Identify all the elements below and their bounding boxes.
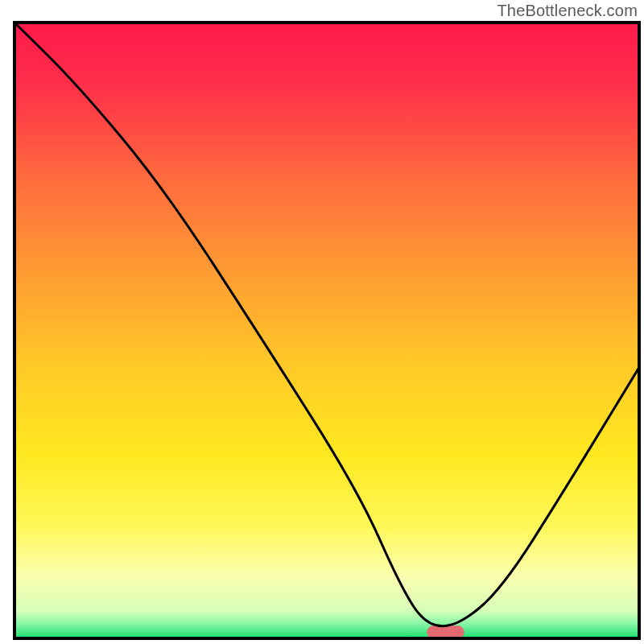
watermark-text: TheBottleneck.com <box>497 2 638 20</box>
optimal-range-marker <box>427 625 464 638</box>
gradient-background <box>14 23 639 638</box>
bottleneck-chart <box>0 0 644 644</box>
chart-frame: TheBottleneck.com <box>0 0 644 644</box>
